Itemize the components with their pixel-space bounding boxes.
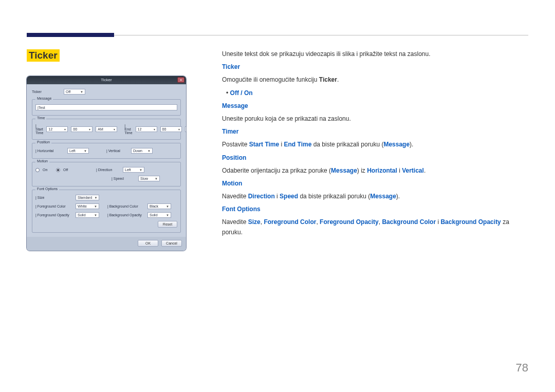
start-ampm[interactable]: AM▾ (96, 126, 117, 132)
size-combo[interactable]: Standard▼ (76, 195, 99, 200)
heading-position: Position (222, 154, 246, 161)
speed-val: Slow (140, 177, 148, 180)
speed-label: | Speed (112, 177, 135, 180)
size-val: Standard (78, 196, 92, 199)
heading-font: Font Options (222, 206, 261, 213)
dialog-footer: OK Cancel (27, 237, 186, 251)
start-hour-val: 12 (48, 127, 52, 131)
direction-label: | Direction (96, 168, 120, 172)
horizontal-val: Left (69, 149, 76, 153)
left-column: Ticker Ticker × Ticker Off▼ Message (27, 49, 191, 251)
page-content: Ticker Ticker × Ticker Off▼ Message (27, 49, 528, 251)
fgop-combo[interactable]: Solid▼ (76, 212, 99, 218)
chevron-down-icon: ▼ (155, 177, 158, 180)
cancel-button[interactable]: Cancel (161, 240, 182, 247)
bgop-label: | Background Opacity (107, 213, 144, 217)
chapter-bar (27, 33, 114, 37)
end-ampm[interactable]: AM▾ (185, 126, 186, 132)
time-group: Time | Start Time 12▾ 00▾ AM▾ | End Time… (32, 119, 181, 140)
end-hour[interactable]: 12▾ (136, 126, 157, 132)
font-legend: Font Options (35, 187, 59, 191)
ticker-dialog: Ticker × Ticker Off▼ Message | Test (27, 76, 186, 251)
message-group: Message | Test (32, 99, 181, 116)
start-time-label: | Start Time (35, 124, 43, 135)
vertical-label: | Vertical (106, 149, 128, 153)
font-desc: Navedite Size, Foreground Color, Foregro… (222, 217, 528, 237)
position-group: Position | Horizontal Left▼ | Vertical D… (32, 143, 181, 159)
bgop-val: Solid (150, 213, 158, 217)
bgcolor-label: | Background Color (107, 204, 144, 208)
start-hour[interactable]: 12▾ (46, 126, 68, 132)
motion-on-radio[interactable] (35, 168, 40, 172)
bgcolor-combo[interactable]: Black▼ (147, 203, 171, 209)
spinner-icon: ▾ (178, 127, 180, 131)
chevron-down-icon: ▼ (94, 205, 97, 208)
chevron-down-icon: ▼ (80, 90, 83, 94)
right-column: Unesite tekst dok se prikazuju videozapi… (222, 49, 528, 251)
fgop-val: Solid (78, 213, 86, 217)
chevron-down-icon: ▼ (84, 150, 87, 153)
position-legend: Position (35, 140, 51, 144)
horizontal-combo[interactable]: Left▼ (67, 148, 89, 154)
heading-ticker: Ticker (222, 63, 240, 70)
chevron-down-icon: ▼ (94, 196, 97, 199)
bgcolor-val: Black (150, 204, 158, 208)
message-text: Test (39, 106, 45, 109)
heading-message: Message (222, 102, 248, 109)
vertical-val: Down (133, 149, 142, 153)
direction-combo[interactable]: Left▼ (123, 167, 144, 173)
spinner-icon: ▾ (89, 127, 90, 131)
chevron-down-icon: ▼ (139, 169, 142, 172)
section-title: Ticker (27, 49, 60, 62)
reset-button[interactable]: Reset (158, 221, 177, 228)
motion-off-radio[interactable] (56, 168, 60, 172)
font-group: Font Options | Size Standard▼ | Foregrou… (32, 190, 181, 233)
motion-group: Motion On Off | Direction Left▼ | Speed … (32, 162, 181, 186)
start-min-val: 00 (73, 127, 77, 131)
horizontal-label: | Horizontal (35, 149, 64, 153)
dialog-body: Ticker Off▼ Message | Test Time (27, 84, 186, 237)
message-legend: Message (35, 97, 53, 100)
ticker-desc: Omogućite ili onemogućite funkciju Ticke… (222, 75, 528, 85)
close-icon[interactable]: × (177, 77, 184, 83)
heading-timer: Timer (222, 128, 238, 135)
motion-on-label: On (43, 168, 53, 172)
ticker-combo[interactable]: Off▼ (64, 89, 85, 95)
page-number: 78 (516, 361, 528, 375)
end-min[interactable]: 00▾ (160, 126, 182, 132)
chevron-down-icon: ▼ (94, 214, 97, 217)
fgcolor-val: White (78, 204, 87, 208)
motion-desc: Navedite Direction i Speed da biste prik… (222, 192, 528, 201)
position-desc: Odaberite orijentaciju za prikaz poruke … (222, 166, 528, 176)
spinner-icon: ▾ (64, 127, 66, 131)
message-desc: Unesite poruku koja će se prikazati na z… (222, 114, 528, 124)
direction-val: Left (125, 168, 131, 172)
ok-button[interactable]: OK (138, 240, 158, 247)
chevron-down-icon: ▼ (147, 150, 151, 153)
ticker-label: Ticker (32, 90, 61, 94)
spinner-icon: ▾ (154, 127, 155, 131)
heading-motion: Motion (222, 180, 242, 187)
timer-desc: Postavite Start Time i End Time da biste… (222, 140, 528, 150)
fgop-label: | Foreground Opacity (35, 213, 72, 217)
chevron-down-icon: ▼ (166, 205, 169, 208)
fgcolor-combo[interactable]: White▼ (76, 203, 99, 209)
intro-text: Unesite tekst dok se prikazuju videozapi… (222, 49, 528, 59)
off-on-bullet: Off / On (222, 88, 528, 98)
end-hour-val: 12 (138, 127, 142, 131)
size-label: | Size (35, 196, 72, 199)
motion-legend: Motion (35, 159, 49, 163)
dialog-title: Ticker (101, 78, 112, 82)
ticker-value: Off (66, 90, 70, 94)
speed-combo[interactable]: Slow▼ (138, 176, 160, 181)
dialog-titlebar: Ticker × (27, 76, 186, 84)
start-min[interactable]: 00▾ (71, 126, 92, 132)
end-time-label: | End Time (124, 124, 132, 135)
chevron-down-icon: ▼ (166, 214, 169, 217)
vertical-combo[interactable]: Down▼ (131, 148, 153, 154)
motion-off-label: Off (63, 168, 75, 172)
bgop-combo[interactable]: Solid▼ (147, 212, 171, 218)
fgcolor-label: | Foreground Color (35, 204, 72, 208)
time-legend: Time (35, 116, 46, 120)
message-input[interactable]: | Test (35, 104, 177, 110)
